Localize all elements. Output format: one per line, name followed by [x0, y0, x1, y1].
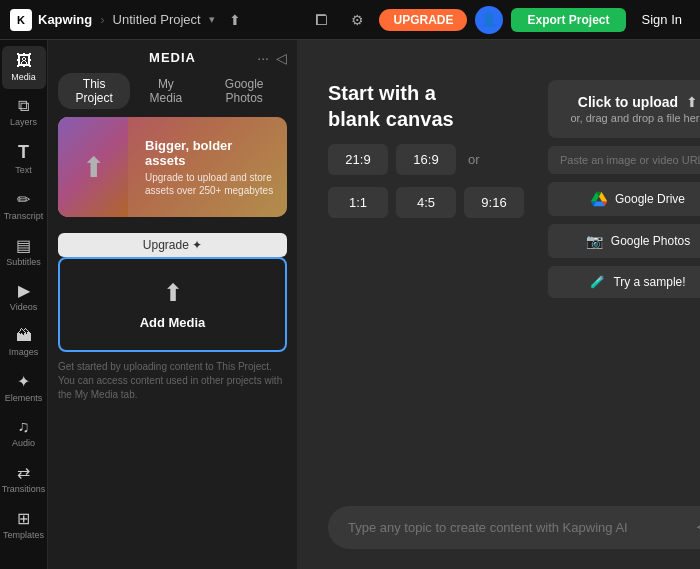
settings-icon[interactable]: ⚙ [343, 6, 371, 34]
images-icon: 🏔 [16, 327, 32, 345]
ratio-row-2: 1:1 4:5 9:16 [328, 187, 524, 218]
transitions-icon: ⇄ [17, 463, 30, 482]
breadcrumb-separator: › [100, 12, 104, 27]
ai-prompt-input[interactable] [348, 520, 685, 535]
ratio-button-1-1[interactable]: 1:1 [328, 187, 388, 218]
tab-my-media[interactable]: My Media [134, 73, 197, 109]
upgrade-card-title: Bigger, bolder assets [145, 138, 275, 168]
topbar: K Kapwing › Untitled Project ▾ ⬆ ⧠ ⚙ UPG… [0, 0, 700, 40]
ratio-button-9-16[interactable]: 9:16 [464, 187, 524, 218]
media-panel-menu-icon[interactable]: ··· [257, 50, 269, 66]
media-hint: Get started by uploading content to This… [48, 360, 297, 402]
text-icon: T [18, 142, 29, 163]
logo: K Kapwing [10, 9, 92, 31]
ratio-button-16-9[interactable]: 16:9 [396, 144, 456, 175]
ratio-row-1: 21:9 16:9 or [328, 144, 484, 175]
monitor-icon[interactable]: ⧠ [307, 6, 335, 34]
or-divider: or [468, 152, 480, 167]
upload-box-content: Click to upload ⬆ or, drag and drop a fi… [570, 94, 700, 124]
collaborate-icon[interactable]: 👤 [475, 6, 503, 34]
sidebar-item-videos[interactable]: ▶ Videos [2, 275, 46, 319]
sidebar-label-text: Text [15, 166, 32, 176]
try-sample-button[interactable]: 🧪 Try a sample! [548, 266, 700, 298]
media-tabs: This Project My Media Google Photos [48, 73, 297, 109]
media-panel-header: MEDIA ··· ◁ [48, 40, 297, 73]
url-input[interactable] [548, 146, 700, 174]
sidebar-item-media[interactable]: 🖼 Media [2, 46, 46, 89]
signin-button[interactable]: Sign In [634, 8, 690, 31]
project-title[interactable]: Untitled Project [113, 12, 201, 27]
media-panel: MEDIA ··· ◁ This Project My Media Google… [48, 40, 298, 569]
sidebar-label-images: Images [9, 348, 39, 358]
ai-prompt-bar: ✧ [328, 506, 700, 549]
sidebar-label-transitions: Transitions [2, 485, 46, 495]
media-panel-title: MEDIA [149, 50, 196, 65]
blank-canvas-title: Start with a blank canvas [328, 80, 488, 132]
ai-magic-icon: ✧ [695, 518, 700, 537]
sidebar-item-text[interactable]: T Text [2, 136, 46, 182]
upgrade-card-overlay: Bigger, bolder assets Upgrade to upload … [58, 117, 287, 217]
upgrade-card-text: Bigger, bolder assets Upgrade to upload … [145, 138, 275, 197]
media-panel-collapse-icon[interactable]: ◁ [276, 50, 287, 66]
kapwing-logo-icon: K [10, 9, 32, 31]
sidebar-item-elements[interactable]: ✦ Elements [2, 366, 46, 410]
sidebar-label-transcript: Transcript [4, 212, 44, 222]
upgrade-card: ⬆ Bigger, bolder assets Upgrade to uploa… [58, 117, 287, 217]
upgrade-card-button[interactable]: Upgrade ✦ [58, 233, 287, 257]
media-icon: 🖼 [16, 52, 32, 70]
icon-sidebar: 🖼 Media ⧉ Layers T Text ✏ Transcript ▤ S… [0, 40, 48, 569]
sidebar-label-videos: Videos [10, 303, 37, 313]
upload-box-sub-label: or, drag and drop a file here [570, 112, 700, 124]
add-media-label: Add Media [140, 315, 206, 330]
upload-icon[interactable]: ⬆ [229, 12, 241, 28]
templates-icon: ⊞ [17, 509, 30, 528]
sidebar-label-media: Media [11, 73, 36, 83]
tab-google-photos[interactable]: Google Photos [201, 73, 287, 109]
google-drive-icon [591, 191, 607, 207]
topbar-actions: ⧠ ⚙ UPGRADE 👤 Export Project Sign In [307, 6, 690, 34]
add-media-box[interactable]: ⬆ Add Media [58, 257, 287, 352]
upload-box[interactable]: Click to upload ⬆ or, drag and drop a fi… [548, 80, 700, 138]
add-media-section: ⬆ Add Media [58, 257, 287, 352]
google-drive-label: Google Drive [615, 192, 685, 206]
elements-icon: ✦ [17, 372, 30, 391]
upload-section: Click to upload ⬆ or, drag and drop a fi… [548, 80, 700, 298]
logo-text: Kapwing [38, 12, 92, 27]
google-photos-icon: 📷 [586, 233, 603, 249]
ratio-button-4-5[interactable]: 4:5 [396, 187, 456, 218]
upgrade-card-description: Upgrade to upload and store assets over … [145, 171, 275, 197]
canvas-area: Start with a blank canvas 21:9 16:9 or 1… [298, 40, 700, 569]
sidebar-item-transitions[interactable]: ⇄ Transitions [2, 457, 46, 501]
sidebar-item-audio[interactable]: ♫ Audio [2, 412, 46, 455]
sidebar-item-templates[interactable]: ⊞ Templates [2, 503, 46, 547]
ratio-button-21-9[interactable]: 21:9 [328, 144, 388, 175]
try-sample-icon: 🧪 [590, 275, 605, 289]
main-layout: 🖼 Media ⧉ Layers T Text ✏ Transcript ▤ S… [0, 40, 700, 569]
videos-icon: ▶ [18, 281, 30, 300]
google-drive-button[interactable]: Google Drive [548, 182, 700, 216]
google-photos-label: Google Photos [611, 234, 690, 248]
sidebar-item-layers[interactable]: ⧉ Layers [2, 91, 46, 134]
export-button[interactable]: Export Project [511, 8, 625, 32]
upgrade-button[interactable]: UPGRADE [379, 9, 467, 31]
sidebar-label-audio: Audio [12, 439, 35, 449]
sidebar-item-subtitles[interactable]: ▤ Subtitles [2, 230, 46, 274]
sidebar-item-transcript[interactable]: ✏ Transcript [2, 184, 46, 228]
tab-this-project[interactable]: This Project [58, 73, 130, 109]
audio-icon: ♫ [18, 418, 30, 436]
try-sample-label: Try a sample! [613, 275, 685, 289]
sidebar-label-subtitles: Subtitles [6, 258, 41, 268]
google-photos-button[interactable]: 📷 Google Photos [548, 224, 700, 258]
blank-canvas-section: Start with a blank canvas 21:9 16:9 or 1… [328, 80, 524, 218]
sidebar-label-layers: Layers [10, 118, 37, 128]
upload-box-main-label: Click to upload [578, 94, 678, 110]
transcript-icon: ✏ [17, 190, 30, 209]
add-media-upload-icon: ⬆ [163, 279, 183, 307]
upload-box-icon: ⬆ [686, 94, 698, 110]
sidebar-item-images[interactable]: 🏔 Images [2, 321, 46, 364]
subtitles-icon: ▤ [16, 236, 31, 255]
sidebar-label-elements: Elements [5, 394, 43, 404]
title-chevron-icon[interactable]: ▾ [209, 13, 215, 26]
sidebar-label-templates: Templates [3, 531, 44, 541]
layers-icon: ⧉ [18, 97, 29, 115]
